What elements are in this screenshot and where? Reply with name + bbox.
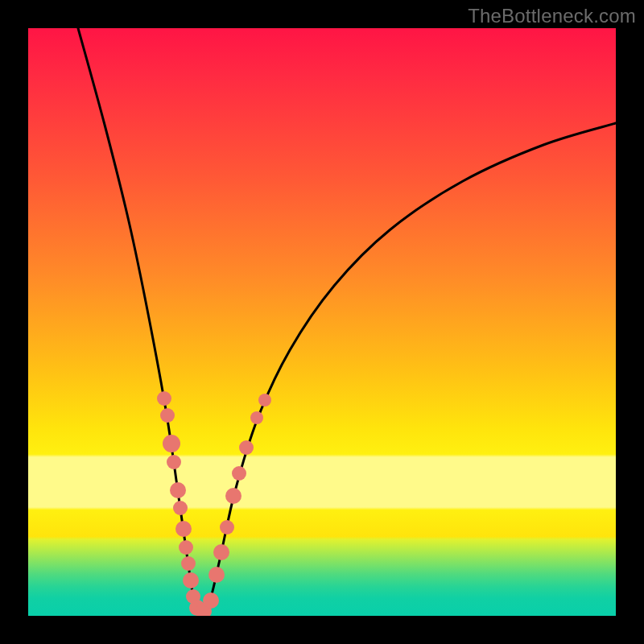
bottleneck-curve [78, 28, 616, 612]
curve-marker [203, 592, 219, 609]
curve-marker [173, 501, 188, 515]
curve-marker [220, 520, 234, 535]
curve-marker [258, 394, 271, 407]
curve-marker [213, 544, 229, 560]
curve-marker [175, 521, 192, 537]
curve-marker [232, 466, 246, 481]
watermark-text: TheBottleneck.com [468, 5, 636, 27]
curve-marker [208, 567, 225, 583]
curve-marker [163, 435, 180, 452]
curve-marker [250, 411, 263, 424]
curve-marker [157, 391, 171, 406]
curve-marker [239, 440, 254, 455]
plot-area [28, 28, 616, 616]
curve-marker [181, 556, 196, 571]
curve-marker [170, 482, 186, 498]
curve-marker [167, 455, 181, 469]
curve-marker [179, 540, 193, 555]
curve-marker [183, 572, 199, 588]
chart-frame: TheBottleneck.com [0, 0, 644, 644]
curve-marker [160, 408, 175, 423]
curve-layer [28, 28, 616, 616]
curve-marker [225, 488, 242, 504]
